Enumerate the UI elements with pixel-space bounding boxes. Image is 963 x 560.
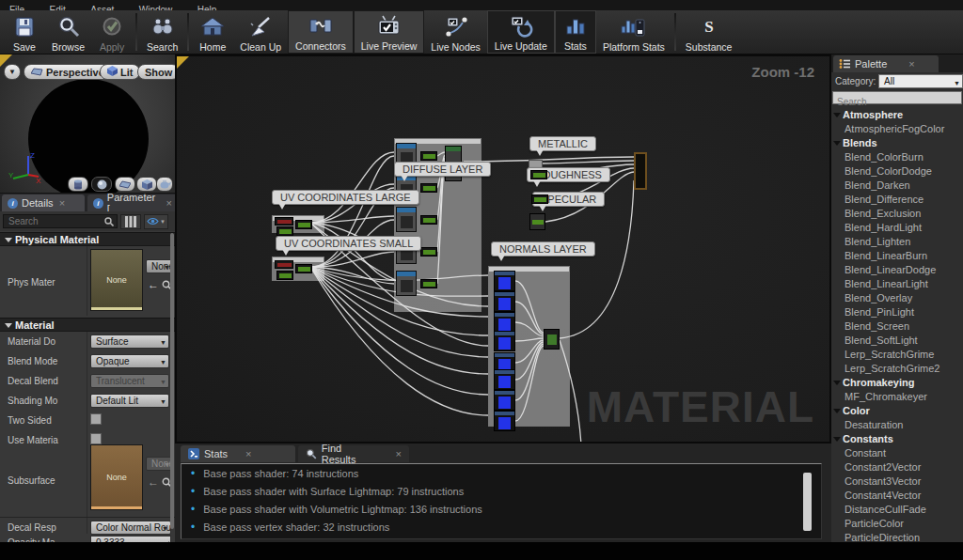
- palette-item[interactable]: DistanceCullFade: [831, 503, 963, 517]
- connectors-button[interactable]: Connectors: [288, 10, 354, 54]
- palette-category-header[interactable]: Atmosphere: [831, 108, 963, 122]
- material-domain-dropdown[interactable]: Surface: [90, 334, 169, 349]
- palette-item[interactable]: Blend_HardLight: [831, 221, 963, 235]
- grid-view-button[interactable]: [120, 214, 141, 229]
- save-button[interactable]: Save: [4, 10, 45, 54]
- palette-item[interactable]: Blend_Darken: [831, 179, 963, 193]
- close-icon[interactable]: ×: [908, 58, 914, 70]
- use-selected-icon[interactable]: ←: [148, 279, 159, 290]
- specular-node[interactable]: [531, 194, 548, 204]
- tab-details[interactable]: i Details ×: [2, 194, 85, 211]
- palette-item[interactable]: Blend_Difference: [831, 193, 963, 207]
- palette-item[interactable]: Lerp_ScratchGrime: [831, 348, 963, 362]
- material-output-node[interactable]: [634, 152, 647, 190]
- two-sided-checkbox[interactable]: [90, 413, 102, 425]
- shading-model-dropdown[interactable]: Default Lit: [90, 394, 169, 408]
- palette-item[interactable]: Blend_Lighten: [831, 235, 963, 249]
- palette-item[interactable]: Blend_ColorDodge: [831, 164, 963, 179]
- palette-item[interactable]: AtmosphericFogColor: [831, 122, 963, 136]
- palette-item[interactable]: Blend_Screen: [831, 319, 963, 334]
- visibility-filter-button[interactable]: ▼: [144, 214, 168, 229]
- stats-button[interactable]: Stats: [555, 10, 596, 54]
- phys-material-thumbnail[interactable]: None: [90, 249, 143, 311]
- palette-item[interactable]: Blend_Overlay: [831, 291, 963, 305]
- texcoord-node[interactable]: [275, 217, 293, 226]
- clean-up-button[interactable]: Clean Up: [233, 10, 288, 54]
- palette-search-field[interactable]: [832, 91, 962, 104]
- section-material[interactable]: Material: [0, 318, 175, 332]
- close-icon[interactable]: ×: [59, 197, 65, 209]
- details-search-field[interactable]: [3, 214, 118, 228]
- normal-map-sample-node[interactable]: [494, 369, 515, 390]
- live-nodes-button[interactable]: Live Nodes: [424, 10, 487, 54]
- palette-item[interactable]: MF_Chromakeyer: [831, 390, 963, 404]
- palette-category-header[interactable]: Constants: [831, 432, 963, 446]
- normal-map-sample-node[interactable]: [494, 312, 515, 333]
- constant-node[interactable]: [276, 271, 293, 280]
- tab-stats[interactable]: Stats ×: [181, 445, 295, 462]
- tab-find-results[interactable]: Find Results ×: [298, 445, 409, 462]
- comment-label-metallic[interactable]: METALLIC: [529, 136, 596, 151]
- close-icon[interactable]: ×: [245, 448, 251, 459]
- show-button[interactable]: Show: [137, 64, 175, 80]
- multiply-node[interactable]: [295, 264, 312, 273]
- lerp-node[interactable]: [420, 215, 437, 225]
- texture-sample-node[interactable]: [396, 207, 417, 232]
- palette-item[interactable]: Constant4Vector: [831, 489, 963, 503]
- palette-item[interactable]: Desaturation: [831, 418, 963, 432]
- browse-button[interactable]: Browse: [45, 10, 91, 54]
- normal-map-sample-node[interactable]: [494, 411, 515, 431]
- menu-window[interactable]: Window: [130, 4, 184, 10]
- palette-item[interactable]: Constant3Vector: [831, 474, 963, 489]
- normal-map-sample-node[interactable]: [494, 390, 515, 411]
- texture-sample-small-node[interactable]: [529, 213, 545, 230]
- live-preview-button[interactable]: Live Preview: [354, 10, 425, 54]
- normal-map-sample-node[interactable]: [494, 331, 515, 351]
- menu-asset[interactable]: Asset: [81, 4, 125, 10]
- material-graph-canvas[interactable]: Zoom -12 MATERIAL: [175, 54, 831, 443]
- palette-item[interactable]: Constant2Vector: [831, 460, 963, 474]
- live-update-button[interactable]: Live Update: [487, 10, 555, 54]
- normal-blend-node[interactable]: [544, 329, 560, 350]
- menu-edit[interactable]: Edit: [40, 4, 77, 10]
- search-button[interactable]: Search: [140, 10, 184, 54]
- comment-label-uv-small[interactable]: UV COORDINATES SMALL: [276, 236, 421, 251]
- search-input[interactable]: [8, 215, 102, 227]
- palette-item[interactable]: Blend_LinearDodge: [831, 263, 963, 277]
- lit-button[interactable]: Lit: [100, 64, 140, 80]
- phys-material-dropdown[interactable]: None: [146, 259, 173, 273]
- category-dropdown[interactable]: All: [878, 74, 963, 88]
- texcoord-node[interactable]: [275, 260, 293, 269]
- details-scrollbar[interactable]: [170, 233, 174, 529]
- preview-shape-teapot-button[interactable]: [156, 177, 173, 192]
- viewport-options-button[interactable]: ▼: [4, 64, 21, 80]
- palette-item[interactable]: Blend_PinLight: [831, 305, 963, 319]
- comment-label-normals[interactable]: NORMALS LAYER: [491, 241, 595, 257]
- palette-item[interactable]: Constant: [831, 446, 963, 460]
- comment-label-uv-large[interactable]: UV COORDINATES LARGE: [272, 190, 419, 205]
- lerp-node[interactable]: [420, 151, 437, 161]
- apply-button[interactable]: Apply: [91, 10, 133, 54]
- normal-map-sample-node[interactable]: [494, 291, 515, 312]
- decal-response-dropdown[interactable]: Color Normal Rou: [90, 521, 171, 535]
- use-selected-icon[interactable]: ←: [148, 476, 159, 488]
- palette-item[interactable]: Blend_SoftLight: [831, 334, 963, 348]
- preview-shape-cube-button[interactable]: [136, 177, 157, 192]
- palette-item[interactable]: Blend_Exclusion: [831, 207, 963, 221]
- multiply-node[interactable]: [295, 220, 312, 229]
- normal-map-sample-node[interactable]: [494, 271, 515, 291]
- close-icon[interactable]: ×: [396, 448, 402, 459]
- home-button[interactable]: Home: [192, 10, 233, 54]
- use-material-attributes-checkbox[interactable]: [90, 433, 102, 444]
- lerp-node[interactable]: [420, 183, 437, 193]
- perspective-button[interactable]: Perspective: [24, 64, 112, 80]
- tab-palette[interactable]: Palette ×: [833, 55, 939, 72]
- roughness-node[interactable]: [530, 170, 547, 179]
- tab-parameter-defaults[interactable]: i Parameter [ ×: [87, 194, 175, 211]
- menu-file[interactable]: File: [0, 4, 36, 10]
- section-physical-material[interactable]: Physical Material: [0, 232, 175, 246]
- palette-item[interactable]: Blend_ColorBurn: [831, 150, 963, 164]
- palette-category-header[interactable]: Blends: [831, 136, 963, 150]
- platform-stats-button[interactable]: Platform Stats: [596, 10, 671, 54]
- palette-search-input[interactable]: [833, 97, 961, 108]
